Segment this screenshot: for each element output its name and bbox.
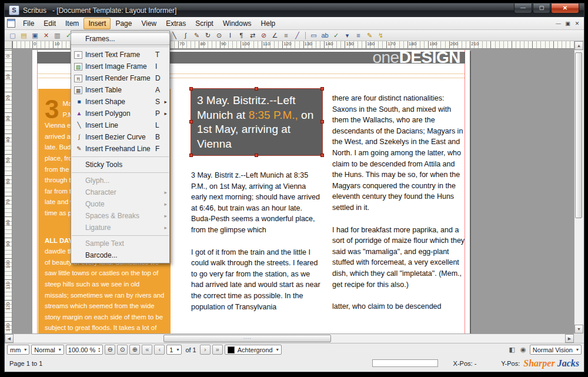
text-annotation-icon[interactable]: ✎: [365, 31, 375, 40]
menu-script[interactable]: Script: [191, 18, 218, 29]
selection-handle[interactable]: [255, 87, 258, 91]
menu-item-insert-table[interactable]: ▦Insert TableA: [71, 84, 169, 96]
menu-item-ligature[interactable]: Ligature▸: [71, 222, 169, 233]
menu-insert[interactable]: Insert: [83, 18, 111, 29]
pdf-combo-box-icon[interactable]: ▾: [342, 31, 352, 40]
link-annotation-icon[interactable]: ↯: [376, 31, 386, 40]
scroll-up-button[interactable]: ▲: [574, 41, 583, 50]
selected-heading-frame[interactable]: 3 May. Bistritz.--Left Munich at 8:35 P.…: [191, 89, 322, 155]
quality-select[interactable]: Normal▾: [31, 345, 64, 355]
edit-contents-icon[interactable]: I: [225, 31, 235, 40]
spinner-buttons[interactable]: ▲▼: [98, 347, 101, 353]
link-text-frames-icon[interactable]: ⇄: [248, 31, 258, 40]
insert-bezier-curve-icon[interactable]: ∫: [181, 31, 191, 40]
menu-item[interactable]: Item: [61, 18, 83, 29]
open-document-icon[interactable]: ▤: [19, 31, 29, 40]
menu-edit[interactable]: Edit: [39, 18, 61, 29]
titlebar[interactable]: S Scribus - [Document Template: Layout I…: [5, 4, 584, 17]
zoom-out-button[interactable]: ⊖: [105, 345, 115, 355]
menu-item-shortcut: A: [155, 86, 162, 94]
middle-text-frame[interactable]: 3 May. Bistrit z.--Left Munich at 8:35 P…: [191, 170, 322, 323]
menu-file[interactable]: File: [18, 18, 39, 29]
pdf-push-button-icon[interactable]: ▭: [309, 31, 319, 40]
story-editor-icon[interactable]: ¶: [236, 31, 246, 40]
menu-view[interactable]: View: [136, 18, 161, 29]
mdi-close-button[interactable]: ✕: [573, 21, 581, 26]
vision-select[interactable]: Normal Vision▾: [530, 345, 582, 355]
menu-item-glyph[interactable]: Glyph...: [71, 175, 169, 186]
spin-down-icon[interactable]: ▼: [98, 350, 101, 353]
menu-item-insert-text-frame[interactable]: ≡Insert Text FrameT: [71, 49, 169, 61]
ruler-origin-box[interactable]: [5, 41, 12, 49]
right-text-frame[interactable]: there are four distinct nationalities: S…: [332, 93, 466, 323]
unit-select[interactable]: mm▾: [7, 345, 29, 355]
menu-item-sample-text[interactable]: Sample Text: [71, 238, 169, 249]
menu-item-spaces-breaks[interactable]: Spaces & Breaks▸: [71, 210, 169, 222]
scroll-right-button[interactable]: ▶: [565, 334, 574, 343]
selection-handle[interactable]: [320, 154, 324, 157]
horizontal-scroll-thumb[interactable]: ∙∙∙∙: [163, 335, 331, 342]
menu-extras[interactable]: Extras: [161, 18, 191, 29]
layer-select[interactable]: Achtergrond▾: [225, 345, 282, 355]
copy-item-properties-icon[interactable]: ≡: [281, 31, 291, 40]
menu-item-barcode[interactable]: Barcode...: [71, 249, 169, 261]
selection-handle[interactable]: [320, 120, 324, 124]
menu-item-frames[interactable]: Frames...: [71, 33, 169, 45]
selection-handle[interactable]: [320, 87, 324, 91]
vertical-ruler[interactable]: 0102030405060708090100110120130: [5, 49, 12, 333]
menu-page[interactable]: Page: [111, 18, 136, 29]
zoom-level-field[interactable]: 100.00 %▲▼: [66, 345, 103, 355]
mdi-restore-button[interactable]: ▣: [564, 21, 572, 26]
insert-freehand-line-icon[interactable]: ✎: [192, 31, 202, 40]
zoom-in-button[interactable]: ⊕: [129, 345, 140, 355]
mdi-minimize-button[interactable]: —: [554, 21, 562, 26]
menu-item-insert-shape[interactable]: ■Insert ShapeS▸: [71, 96, 169, 108]
menu-item-character[interactable]: Character▸: [71, 186, 169, 198]
color-management-icon[interactable]: ◧: [507, 346, 517, 353]
rotate-item-icon[interactable]: ↻: [203, 31, 213, 40]
zoom-default-button[interactable]: ⊙: [117, 345, 128, 355]
insert-line-icon[interactable]: ╲: [169, 31, 179, 40]
menu-item-sticky-tools[interactable]: Sticky Tools: [71, 159, 169, 171]
previous-page-button[interactable]: ‹: [154, 345, 165, 355]
submenu-arrow-icon: ▸: [162, 201, 167, 207]
pdf-check-box-icon[interactable]: ✓: [331, 31, 341, 40]
close-document-icon[interactable]: ✕: [41, 31, 51, 40]
ruler-mark: 180: [409, 41, 416, 46]
vertical-scroll-thumb[interactable]: [575, 52, 582, 218]
selection-handle[interactable]: [189, 154, 193, 157]
horizontal-scrollbar[interactable]: ◀ ∙∙∙∙ ▶: [5, 333, 574, 343]
pdf-text-field-icon[interactable]: ab: [320, 31, 330, 40]
menu-help[interactable]: Help: [256, 18, 280, 29]
menu-item-insert-line[interactable]: ╲Insert LineL: [71, 119, 169, 131]
last-page-button[interactable]: »: [212, 345, 223, 355]
vertical-scrollbar[interactable]: ▲ ▼: [574, 41, 583, 333]
next-page-button[interactable]: ›: [200, 345, 211, 355]
preview-mode-icon[interactable]: ◉: [519, 346, 528, 353]
scroll-down-button[interactable]: ▼: [574, 325, 583, 333]
scroll-left-button[interactable]: ◀: [5, 334, 14, 343]
maximize-button[interactable]: ▢: [533, 4, 550, 14]
pdf-list-box-icon[interactable]: ≡: [353, 31, 363, 40]
menu-item-insert-polygon[interactable]: ▲Insert PolygonP▸: [71, 108, 169, 119]
menu-item-insert-image-frame[interactable]: ▨Insert Image FrameI: [71, 61, 169, 72]
menu-item-insert-freehand-line[interactable]: ✎Insert Freehand LineF: [71, 143, 169, 155]
menu-item-quote[interactable]: Quote▸: [71, 198, 169, 210]
selection-handle[interactable]: [189, 87, 193, 91]
menu-item-insert-bezier-curve[interactable]: ∫Insert Bezier CurveB: [71, 131, 169, 143]
menu-windows[interactable]: Windows: [218, 18, 256, 29]
print-icon[interactable]: ▥: [52, 31, 62, 40]
current-page-field[interactable]: 1▾: [166, 345, 182, 355]
unlink-text-frames-icon[interactable]: ⊘: [259, 31, 269, 40]
first-page-button[interactable]: «: [142, 345, 152, 355]
menu-item-insert-render-frame[interactable]: πInsert Render FrameD: [71, 72, 169, 84]
new-document-icon[interactable]: ▢: [8, 31, 18, 40]
save-document-icon[interactable]: ▣: [30, 31, 40, 40]
selection-handle[interactable]: [255, 154, 258, 157]
close-button[interactable]: ✕: [551, 4, 579, 14]
minimize-button[interactable]: —: [514, 4, 532, 14]
zoom-icon[interactable]: ⊙: [214, 31, 224, 40]
eye-dropper-icon[interactable]: ╱: [292, 31, 302, 40]
selection-handle[interactable]: [189, 120, 193, 124]
measurements-icon[interactable]: ∠: [270, 31, 280, 40]
